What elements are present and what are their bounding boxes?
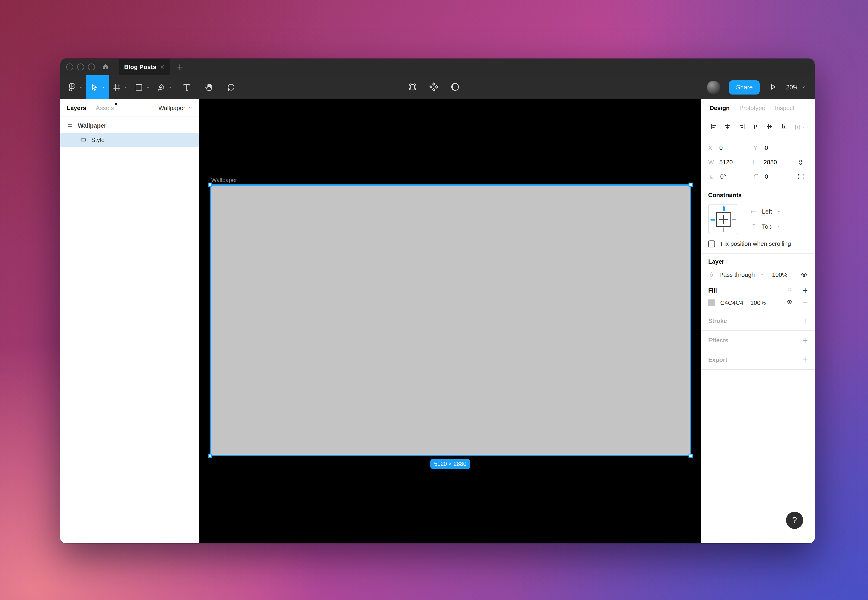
constrain-proportions-toggle[interactable]: [797, 158, 804, 166]
page-name: Wallpaper: [159, 105, 185, 112]
add-effect-button[interactable]: +: [803, 335, 808, 345]
text-tool-icon: [182, 83, 191, 92]
constraint-bottom-inactive[interactable]: [723, 227, 724, 232]
text-tool-button[interactable]: [175, 75, 198, 99]
pen-tool-button[interactable]: [153, 75, 175, 99]
titlebar: Blog Posts × +: [60, 59, 815, 75]
layer-row-style[interactable]: Style: [60, 133, 199, 147]
rectangle-tool-icon: [134, 83, 144, 92]
window-close-button[interactable]: [66, 64, 73, 70]
rotation-field[interactable]: 0°: [708, 173, 753, 180]
h-label: H: [752, 159, 758, 166]
edit-object-icon[interactable]: [407, 82, 417, 93]
move-tool-button[interactable]: [86, 75, 109, 99]
align-right-icon[interactable]: [738, 123, 746, 132]
fix-position-row[interactable]: Fix position when scrolling: [708, 235, 808, 253]
help-button[interactable]: ?: [786, 512, 803, 529]
tab-blog-posts[interactable]: Blog Posts ×: [119, 59, 170, 75]
create-component-icon[interactable]: [429, 82, 439, 93]
vertical-constraint-select[interactable]: Top: [750, 223, 781, 230]
comment-tool-button[interactable]: [220, 75, 242, 99]
constraint-left-active[interactable]: [711, 219, 715, 221]
y-field[interactable]: Y 0: [754, 144, 799, 152]
link-broken-icon: [797, 158, 804, 166]
page-selector[interactable]: Wallpaper: [159, 105, 193, 112]
height-field[interactable]: H 2880: [752, 159, 797, 166]
tab-design[interactable]: Design: [709, 105, 730, 112]
main-menu-button[interactable]: [64, 75, 86, 99]
chevron-down-icon: [776, 223, 781, 230]
vertical-constraint-value: Top: [762, 223, 772, 230]
layer-row-wallpaper[interactable]: Wallpaper: [60, 118, 199, 133]
w-label: W: [708, 159, 714, 166]
zoom-menu[interactable]: 20%: [786, 84, 806, 91]
user-avatar[interactable]: [707, 80, 720, 94]
horizontal-constraint-select[interactable]: Left: [750, 208, 781, 215]
eye-icon: [786, 298, 793, 306]
layers-panel: Layers Assets Wallpaper: [60, 99, 199, 543]
independent-corners-toggle[interactable]: [797, 173, 804, 180]
selection-handle-top-right[interactable]: [688, 183, 693, 187]
layer-title: Layer: [708, 254, 808, 269]
add-fill-button[interactable]: +: [803, 286, 808, 295]
layer-name: Style: [91, 136, 105, 144]
fill-hex-value[interactable]: C4C4C4: [720, 299, 750, 306]
home-button[interactable]: [95, 59, 116, 75]
hand-tool-button[interactable]: [198, 75, 220, 99]
new-tab-button[interactable]: +: [170, 59, 190, 75]
fill-opacity-value[interactable]: 100%: [750, 299, 766, 306]
tab-close-icon[interactable]: ×: [160, 63, 165, 71]
selection-handle-bottom-left[interactable]: [208, 454, 212, 458]
fill-styles-button[interactable]: [786, 286, 794, 295]
align-top-icon[interactable]: [752, 123, 759, 132]
add-stroke-button[interactable]: +: [803, 316, 808, 326]
tab-assets[interactable]: Assets: [96, 105, 114, 112]
selection-handle-top-left[interactable]: [208, 183, 212, 187]
selected-frame[interactable]: [211, 186, 690, 455]
share-button[interactable]: Share: [729, 80, 760, 94]
tab-prototype[interactable]: Prototype: [739, 105, 765, 112]
w-value: 5120: [719, 159, 733, 166]
remove-fill-button[interactable]: −: [803, 298, 808, 307]
selection-handle-bottom-right[interactable]: [688, 454, 693, 458]
toolbar-center-group: [407, 75, 460, 99]
blend-mode-value[interactable]: Pass through: [719, 271, 755, 279]
constraint-right-inactive[interactable]: [732, 219, 736, 220]
frame-label[interactable]: Wallpaper: [211, 177, 237, 183]
tab-layers[interactable]: Layers: [67, 105, 86, 112]
fix-position-checkbox[interactable]: [708, 241, 715, 247]
constraints-widget[interactable]: [708, 204, 738, 234]
layer-opacity-value[interactable]: 100%: [772, 271, 788, 279]
rotation-value: 0°: [720, 173, 726, 180]
fill-visibility-toggle[interactable]: [786, 298, 793, 308]
canvas[interactable]: Wallpaper 5120 × 2880: [199, 99, 701, 543]
xy-row: X 0 Y 0: [701, 141, 815, 155]
align-bottom-icon[interactable]: [780, 123, 788, 132]
chevron-down-icon: [101, 85, 105, 89]
toolbar-right-group: Share 20%: [707, 75, 815, 99]
frame-tool-button[interactable]: [109, 75, 131, 99]
align-left-icon[interactable]: [710, 123, 717, 132]
window-zoom-button[interactable]: [88, 64, 95, 70]
add-export-button[interactable]: +: [803, 355, 808, 365]
fill-color-swatch[interactable]: [708, 299, 715, 306]
constraint-top-active[interactable]: [723, 206, 724, 211]
fill-row[interactable]: C4C4C4 100% −: [708, 298, 808, 311]
align-vertical-center-icon[interactable]: [766, 123, 773, 132]
align-horizontal-center-icon[interactable]: [724, 123, 731, 132]
corner-radius-icon: [753, 173, 760, 180]
wh-row: W 5120 H 2880: [701, 155, 815, 169]
window-minimize-button[interactable]: [77, 64, 84, 70]
fill-section: Fill + C4C4C4 100%: [701, 283, 815, 311]
distribute-menu[interactable]: [794, 123, 806, 131]
corner-radius-field[interactable]: 0: [753, 173, 797, 180]
width-field[interactable]: W 5120: [708, 159, 752, 166]
mask-icon[interactable]: [450, 82, 460, 93]
stroke-section: Stroke +: [701, 311, 815, 330]
layer-visibility-toggle[interactable]: [800, 271, 808, 279]
shape-tool-button[interactable]: [131, 75, 153, 99]
x-field[interactable]: X 0: [708, 144, 754, 152]
blend-mode-row: Pass through 100%: [708, 269, 808, 283]
present-button[interactable]: [768, 82, 777, 92]
tab-inspect[interactable]: Inspect: [775, 105, 794, 112]
